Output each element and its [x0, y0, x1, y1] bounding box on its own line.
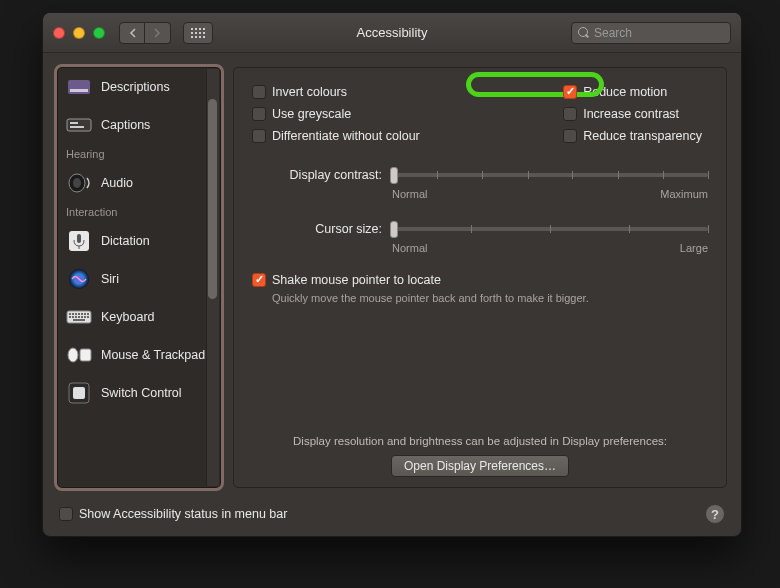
svg-rect-21 [75, 316, 77, 318]
sidebar-item-label: Siri [101, 272, 119, 286]
svg-rect-28 [80, 349, 91, 361]
help-button[interactable]: ? [705, 504, 725, 524]
sidebar-item-label: Captions [101, 118, 150, 132]
svg-rect-2 [67, 119, 91, 131]
checkbox-label: Shake mouse pointer to locate [272, 273, 441, 287]
svg-point-6 [73, 178, 81, 188]
checkbox-icon [563, 129, 577, 143]
slider-min-label: Normal [392, 188, 427, 200]
checkbox-icon [252, 107, 266, 121]
sidebar-heading-hearing: Hearing [58, 144, 220, 164]
titlebar: Accessibility [43, 13, 741, 53]
sidebar-item-label: Mouse & Trackpad [101, 348, 205, 362]
slider-track[interactable] [392, 227, 708, 231]
checkbox-icon [59, 507, 73, 521]
sidebar-item-switch-control[interactable]: Switch Control [58, 374, 220, 412]
sidebar-item-descriptions[interactable]: Descriptions [58, 68, 220, 106]
svg-rect-25 [87, 316, 89, 318]
slider-scale: Normal Maximum [392, 188, 708, 200]
checkbox-label: Show Accessibility status in menu bar [79, 507, 287, 521]
reduce-transparency-checkbox[interactable]: Reduce transparency [563, 126, 702, 146]
display-contrast-slider[interactable]: Display contrast: [252, 164, 708, 186]
reduce-motion-checkbox[interactable]: Reduce motion [563, 82, 702, 102]
slider-thumb[interactable] [390, 221, 398, 238]
search-field[interactable] [571, 22, 731, 44]
minimize-window-button[interactable] [73, 27, 85, 39]
svg-rect-12 [69, 313, 71, 315]
increase-contrast-checkbox[interactable]: Increase contrast [563, 104, 702, 124]
nav-buttons [119, 22, 171, 44]
invert-colours-checkbox[interactable]: Invert colours [252, 82, 420, 102]
descriptions-icon [66, 76, 92, 98]
checkbox-label: Increase contrast [583, 107, 679, 121]
svg-rect-8 [77, 234, 81, 243]
show-all-button[interactable] [183, 22, 213, 44]
shake-mouse-checkbox[interactable]: Shake mouse pointer to locate [252, 270, 708, 290]
svg-rect-16 [81, 313, 83, 315]
sidebar-item-captions[interactable]: Captions [58, 106, 220, 144]
category-sidebar: Descriptions Captions Hearing Audio Inte… [57, 67, 221, 488]
differentiate-without-colour-checkbox[interactable]: Differentiate without colour [252, 126, 420, 146]
cursor-size-slider[interactable]: Cursor size: [252, 218, 708, 240]
slider-scale: Normal Large [392, 242, 708, 254]
checkbox-label: Differentiate without colour [272, 129, 420, 143]
captions-icon [66, 114, 92, 136]
back-button[interactable] [119, 22, 145, 44]
sidebar-item-siri[interactable]: Siri [58, 260, 220, 298]
slider-label: Cursor size: [252, 222, 382, 236]
keyboard-icon [66, 306, 92, 328]
accessibility-window: Accessibility Descriptions Captions [42, 12, 742, 537]
sidebar-item-label: Switch Control [101, 386, 182, 400]
content-body: Descriptions Captions Hearing Audio Inte… [43, 53, 741, 502]
sidebar-item-label: Audio [101, 176, 133, 190]
sidebar-item-label: Keyboard [101, 310, 155, 324]
zoom-window-button[interactable] [93, 27, 105, 39]
sidebar-scrollbar[interactable] [206, 69, 219, 486]
slider-max-label: Maximum [660, 188, 708, 200]
show-status-menubar-checkbox[interactable]: Show Accessibility status in menu bar [59, 504, 287, 524]
forward-button[interactable] [145, 22, 171, 44]
svg-rect-14 [75, 313, 77, 315]
mouse-trackpad-icon [66, 344, 92, 366]
slider-thumb[interactable] [390, 167, 398, 184]
main-panel: Invert colours Use greyscale Differentia… [233, 67, 727, 488]
sidebar-heading-interaction: Interaction [58, 202, 220, 222]
svg-rect-15 [78, 313, 80, 315]
svg-point-27 [68, 348, 78, 362]
use-greyscale-checkbox[interactable]: Use greyscale [252, 104, 420, 124]
search-input[interactable] [594, 26, 724, 40]
search-icon [578, 27, 589, 38]
sidebar-item-mouse-trackpad[interactable]: Mouse & Trackpad [58, 336, 220, 374]
svg-rect-20 [72, 316, 74, 318]
svg-rect-24 [84, 316, 86, 318]
sidebar-item-dictation[interactable]: Dictation [58, 222, 220, 260]
slider-max-label: Large [680, 242, 708, 254]
svg-rect-30 [73, 387, 85, 399]
audio-icon [66, 172, 92, 194]
slider-track[interactable] [392, 173, 708, 177]
shake-mouse-hint: Quickly move the mouse pointer back and … [272, 292, 708, 304]
slider-min-label: Normal [392, 242, 427, 254]
close-window-button[interactable] [53, 27, 65, 39]
checkbox-icon [563, 107, 577, 121]
svg-rect-17 [84, 313, 86, 315]
checkbox-label: Use greyscale [272, 107, 351, 121]
checkbox-icon [252, 273, 266, 287]
svg-rect-26 [73, 319, 85, 321]
window-traffic-lights [53, 27, 105, 39]
open-display-preferences-button[interactable]: Open Display Preferences… [391, 455, 569, 477]
svg-rect-19 [69, 316, 71, 318]
sidebar-item-label: Descriptions [101, 80, 170, 94]
button-label: Open Display Preferences… [404, 459, 556, 473]
sidebar-item-audio[interactable]: Audio [58, 164, 220, 202]
scrollbar-thumb[interactable] [208, 99, 217, 299]
svg-rect-18 [87, 313, 89, 315]
checkbox-label: Reduce motion [583, 85, 667, 99]
svg-rect-4 [70, 126, 84, 128]
display-prefs-note: Display resolution and brightness can be… [252, 435, 708, 447]
lower-bar: Show Accessibility status in menu bar ? [43, 502, 741, 536]
svg-rect-13 [72, 313, 74, 315]
siri-icon [66, 268, 92, 290]
sidebar-item-keyboard[interactable]: Keyboard [58, 298, 220, 336]
svg-rect-22 [78, 316, 80, 318]
